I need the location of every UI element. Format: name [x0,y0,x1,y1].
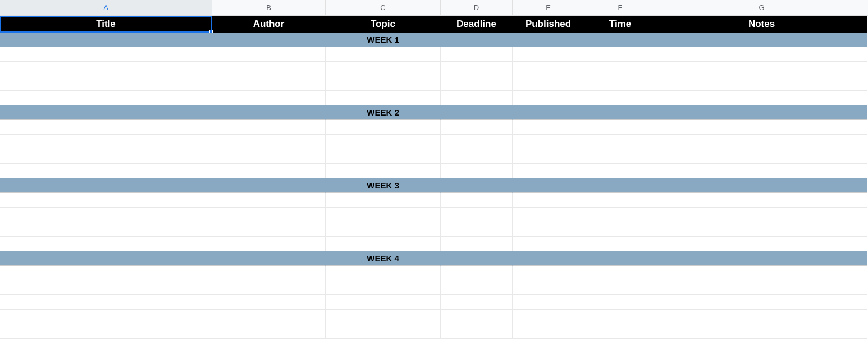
cell[interactable] [656,193,867,208]
cell[interactable] [0,280,212,295]
cell[interactable] [212,76,326,91]
cell[interactable] [212,47,326,62]
cell[interactable] [212,251,326,266]
cell[interactable] [513,222,584,237]
cell[interactable] [0,120,212,135]
cell[interactable] [441,266,513,280]
cell[interactable] [326,237,441,251]
cell[interactable] [212,237,326,251]
cell[interactable] [656,237,867,251]
cell[interactable] [513,178,584,193]
cell[interactable] [441,164,513,178]
cell[interactable] [441,135,513,149]
cell[interactable] [0,33,212,47]
header-cell-published[interactable]: Published [513,16,584,33]
cell[interactable] [326,280,441,295]
cell[interactable] [212,135,326,149]
column-header-e[interactable]: E [513,0,584,15]
cell[interactable] [441,47,513,62]
cell[interactable] [584,47,656,62]
cell[interactable] [0,47,212,62]
cell[interactable] [0,62,212,76]
cell[interactable] [584,164,656,178]
cell[interactable] [584,266,656,280]
cell[interactable] [441,62,513,76]
cell[interactable] [326,208,441,222]
cell[interactable] [0,164,212,178]
cell[interactable] [0,91,212,105]
cell[interactable] [326,135,441,149]
cell[interactable] [441,105,513,120]
cell[interactable] [656,76,867,91]
cell[interactable] [0,237,212,251]
cell[interactable] [326,266,441,280]
cell[interactable] [584,76,656,91]
cell[interactable] [656,62,867,76]
cell[interactable] [513,208,584,222]
cell[interactable] [326,47,441,62]
cell[interactable] [326,120,441,135]
cell[interactable] [584,33,656,47]
cell[interactable] [441,295,513,310]
cell[interactable] [513,324,584,339]
cell[interactable] [0,135,212,149]
cell[interactable] [0,76,212,91]
cell[interactable] [441,149,513,164]
cell[interactable] [212,280,326,295]
cell[interactable] [584,295,656,310]
cell[interactable] [513,62,584,76]
cell[interactable] [212,266,326,280]
cell[interactable] [513,120,584,135]
cell[interactable] [0,149,212,164]
cell[interactable] [212,193,326,208]
cell[interactable] [326,76,441,91]
cell[interactable] [656,266,867,280]
cell[interactable] [584,208,656,222]
cell[interactable] [326,164,441,178]
cell[interactable] [513,237,584,251]
cell[interactable] [656,251,867,266]
cell[interactable] [326,310,441,324]
cell[interactable] [212,178,326,193]
cell[interactable] [656,91,867,105]
cell[interactable] [441,91,513,105]
cell[interactable] [212,62,326,76]
cell[interactable] [584,120,656,135]
cell[interactable] [584,178,656,193]
cell[interactable] [441,120,513,135]
cell[interactable] [656,135,867,149]
cell[interactable] [513,295,584,310]
cell[interactable] [584,91,656,105]
column-header-b[interactable]: B [212,0,326,15]
cell[interactable] [0,178,212,193]
cell[interactable] [212,324,326,339]
header-cell-deadline[interactable]: Deadline [441,16,513,33]
cell[interactable] [513,135,584,149]
cell[interactable] [441,33,513,47]
cell[interactable] [441,208,513,222]
cell[interactable] [584,280,656,295]
week-label-cell[interactable]: WEEK 2 [326,105,441,120]
cell[interactable] [656,164,867,178]
cell[interactable] [513,266,584,280]
cell[interactable] [513,193,584,208]
cell[interactable] [584,62,656,76]
column-header-c[interactable]: C [326,0,441,15]
cell[interactable] [656,295,867,310]
cell[interactable] [0,295,212,310]
cell[interactable] [513,105,584,120]
cell[interactable] [326,193,441,208]
cell[interactable] [584,324,656,339]
cell[interactable] [326,62,441,76]
cell[interactable] [656,178,867,193]
cell[interactable] [326,222,441,237]
cell[interactable] [441,310,513,324]
column-header-g[interactable]: G [656,0,867,15]
cell[interactable] [0,222,212,237]
column-header-a[interactable]: A [0,0,212,15]
cell[interactable] [326,324,441,339]
cell[interactable] [212,208,326,222]
week-label-cell[interactable]: WEEK 1 [326,33,441,47]
cell[interactable] [584,310,656,324]
cell[interactable] [441,178,513,193]
